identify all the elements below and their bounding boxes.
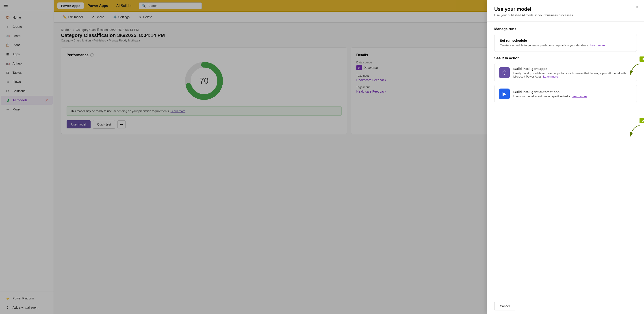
schedule-learn-more-link[interactable]: Learn more [590,44,605,47]
schedule-card-desc: Create a schedule to generate prediction… [500,44,631,47]
power-automate-action-card[interactable]: ▶ Build intelligent automations Use your… [494,85,637,103]
schedule-card-title: Set run schedule [500,38,631,42]
schedule-card: Set run schedule Create a schedule to ge… [494,34,637,52]
side-panel: Use your model Use your published AI mod… [487,0,644,314]
power-automate-icon: ▶ [499,88,510,99]
panel-subtitle: Use your published AI model in your busi… [494,14,637,17]
power-automate-learn-more[interactable]: Learn more [572,94,586,98]
panel-header: Use your model Use your published AI mod… [487,0,644,22]
panel-close-button[interactable]: × [636,4,638,10]
power-apps-icon: ⬡ [499,67,510,78]
arrow-power-automate [626,124,644,142]
power-apps-learn-more[interactable]: Learn more [543,75,558,78]
power-automate-title: Build intelligent automations [513,90,586,94]
panel-title: Use your model [494,6,637,12]
panel-footer: Cancel [487,298,644,314]
power-apps-desc: Easily develop mobile and web apps for y… [513,72,632,78]
see-in-action-label: See it in action [494,56,637,60]
power-apps-text: Build intelligent apps Easily develop mo… [513,67,632,78]
panel-body: Manage runs Set run schedule Create a sc… [487,22,644,298]
power-automate-desc: Use your model to automate repetitive ta… [513,94,586,98]
power-apps-title: Build intelligent apps [513,67,632,70]
power-automate-text: Build intelligent automations Use your m… [513,90,586,98]
power-apps-action-card[interactable]: ⬡ Build intelligent apps Easily develop … [494,63,637,82]
cancel-button[interactable]: Cancel [494,302,515,310]
manage-runs-label: Manage runs [494,27,637,31]
